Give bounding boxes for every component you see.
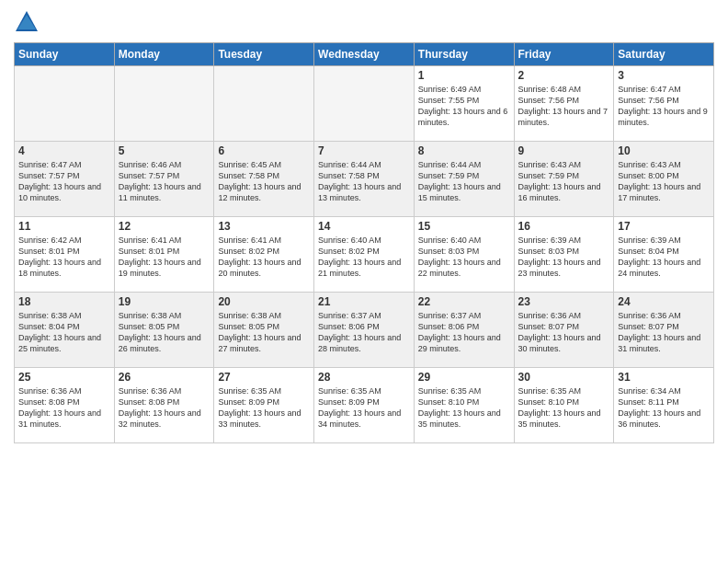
calendar-cell: 11Sunrise: 6:42 AM Sunset: 8:01 PM Dayli… [15,217,115,293]
calendar-week-1: 4Sunrise: 6:47 AM Sunset: 7:57 PM Daylig… [15,142,714,217]
calendar-header-row: SundayMondayTuesdayWednesdayThursdayFrid… [15,43,714,66]
calendar-cell [15,66,115,142]
day-number: 9 [518,144,610,157]
calendar-cell: 20Sunrise: 6:38 AM Sunset: 8:05 PM Dayli… [214,293,314,368]
day-number: 22 [418,295,510,308]
day-number: 28 [318,371,410,384]
day-info: Sunrise: 6:42 AM Sunset: 8:01 PM Dayligh… [18,235,110,280]
day-number: 21 [318,295,410,308]
day-number: 15 [418,220,510,233]
day-info: Sunrise: 6:36 AM Sunset: 8:07 PM Dayligh… [518,310,610,355]
calendar-cell: 21Sunrise: 6:37 AM Sunset: 8:06 PM Dayli… [314,293,415,368]
calendar-cell: 28Sunrise: 6:35 AM Sunset: 8:09 PM Dayli… [314,368,415,443]
day-number: 17 [618,220,710,233]
calendar-cell: 17Sunrise: 6:39 AM Sunset: 8:04 PM Dayli… [614,217,714,293]
day-number: 26 [119,371,210,384]
day-number: 11 [18,220,110,233]
calendar-cell: 25Sunrise: 6:36 AM Sunset: 8:08 PM Dayli… [15,368,115,443]
calendar-header-monday: Monday [114,43,214,66]
logo [14,9,43,35]
calendar-cell: 8Sunrise: 6:44 AM Sunset: 7:59 PM Daylig… [414,142,514,217]
day-info: Sunrise: 6:45 AM Sunset: 7:58 PM Dayligh… [218,159,310,204]
calendar: SundayMondayTuesdayWednesdayThursdayFrid… [14,42,714,443]
day-number: 3 [618,69,710,82]
calendar-cell: 6Sunrise: 6:45 AM Sunset: 7:58 PM Daylig… [214,142,314,217]
calendar-cell: 13Sunrise: 6:41 AM Sunset: 8:02 PM Dayli… [214,217,314,293]
day-info: Sunrise: 6:35 AM Sunset: 8:10 PM Dayligh… [418,385,510,431]
calendar-cell: 2Sunrise: 6:48 AM Sunset: 7:56 PM Daylig… [514,66,614,142]
calendar-cell: 3Sunrise: 6:47 AM Sunset: 7:56 PM Daylig… [614,66,714,142]
calendar-header-sunday: Sunday [15,43,115,66]
header [14,9,714,35]
calendar-cell: 26Sunrise: 6:36 AM Sunset: 8:08 PM Dayli… [114,368,214,443]
calendar-cell: 15Sunrise: 6:40 AM Sunset: 8:03 PM Dayli… [414,217,514,293]
day-info: Sunrise: 6:40 AM Sunset: 8:02 PM Dayligh… [318,235,410,280]
calendar-cell: 27Sunrise: 6:35 AM Sunset: 8:09 PM Dayli… [214,368,314,443]
day-number: 16 [518,220,610,233]
day-info: Sunrise: 6:43 AM Sunset: 7:59 PM Dayligh… [518,159,610,204]
calendar-header-thursday: Thursday [414,43,514,66]
day-info: Sunrise: 6:43 AM Sunset: 8:00 PM Dayligh… [618,159,710,204]
calendar-cell: 22Sunrise: 6:37 AM Sunset: 8:06 PM Dayli… [414,293,514,368]
day-info: Sunrise: 6:35 AM Sunset: 8:10 PM Dayligh… [518,385,610,431]
calendar-week-4: 25Sunrise: 6:36 AM Sunset: 8:08 PM Dayli… [15,368,714,443]
calendar-cell [314,66,415,142]
day-info: Sunrise: 6:39 AM Sunset: 8:04 PM Dayligh… [618,235,710,280]
calendar-cell: 23Sunrise: 6:36 AM Sunset: 8:07 PM Dayli… [514,293,614,368]
day-info: Sunrise: 6:40 AM Sunset: 8:03 PM Dayligh… [418,235,510,280]
day-number: 18 [18,295,110,308]
calendar-cell: 14Sunrise: 6:40 AM Sunset: 8:02 PM Dayli… [314,217,415,293]
calendar-cell: 12Sunrise: 6:41 AM Sunset: 8:01 PM Dayli… [114,217,214,293]
day-info: Sunrise: 6:37 AM Sunset: 8:06 PM Dayligh… [318,310,410,355]
day-number: 29 [418,371,510,384]
calendar-week-0: 1Sunrise: 6:49 AM Sunset: 7:55 PM Daylig… [15,66,714,142]
calendar-cell: 9Sunrise: 6:43 AM Sunset: 7:59 PM Daylig… [514,142,614,217]
day-info: Sunrise: 6:35 AM Sunset: 8:09 PM Dayligh… [218,385,310,431]
day-number: 14 [318,220,410,233]
day-info: Sunrise: 6:36 AM Sunset: 8:07 PM Dayligh… [618,310,710,355]
day-info: Sunrise: 6:36 AM Sunset: 8:08 PM Dayligh… [18,385,110,431]
day-info: Sunrise: 6:48 AM Sunset: 7:56 PM Dayligh… [518,84,610,129]
day-info: Sunrise: 6:34 AM Sunset: 8:11 PM Dayligh… [618,385,710,431]
calendar-header-tuesday: Tuesday [214,43,314,66]
calendar-cell: 5Sunrise: 6:46 AM Sunset: 7:57 PM Daylig… [114,142,214,217]
day-number: 20 [218,295,310,308]
calendar-cell: 18Sunrise: 6:38 AM Sunset: 8:04 PM Dayli… [15,293,115,368]
calendar-cell: 16Sunrise: 6:39 AM Sunset: 8:03 PM Dayli… [514,217,614,293]
day-info: Sunrise: 6:35 AM Sunset: 8:09 PM Dayligh… [318,385,410,431]
day-info: Sunrise: 6:36 AM Sunset: 8:08 PM Dayligh… [119,385,210,431]
day-number: 24 [618,295,710,308]
calendar-cell [114,66,214,142]
svg-marker-1 [17,15,36,29]
day-number: 19 [119,295,210,308]
calendar-cell: 31Sunrise: 6:34 AM Sunset: 8:11 PM Dayli… [614,368,714,443]
calendar-header-wednesday: Wednesday [314,43,415,66]
calendar-cell: 1Sunrise: 6:49 AM Sunset: 7:55 PM Daylig… [414,66,514,142]
day-info: Sunrise: 6:41 AM Sunset: 8:01 PM Dayligh… [119,235,210,280]
day-number: 8 [418,144,510,157]
calendar-cell: 7Sunrise: 6:44 AM Sunset: 7:58 PM Daylig… [314,142,415,217]
calendar-header-friday: Friday [514,43,614,66]
day-number: 4 [18,144,110,157]
day-number: 7 [318,144,410,157]
calendar-week-3: 18Sunrise: 6:38 AM Sunset: 8:04 PM Dayli… [15,293,714,368]
day-number: 2 [518,69,610,82]
calendar-cell: 29Sunrise: 6:35 AM Sunset: 8:10 PM Dayli… [414,368,514,443]
day-info: Sunrise: 6:47 AM Sunset: 7:56 PM Dayligh… [618,84,710,129]
calendar-cell: 10Sunrise: 6:43 AM Sunset: 8:00 PM Dayli… [614,142,714,217]
day-info: Sunrise: 6:39 AM Sunset: 8:03 PM Dayligh… [518,235,610,280]
day-number: 25 [18,371,110,384]
calendar-cell: 30Sunrise: 6:35 AM Sunset: 8:10 PM Dayli… [514,368,614,443]
day-number: 30 [518,371,610,384]
calendar-cell: 24Sunrise: 6:36 AM Sunset: 8:07 PM Dayli… [614,293,714,368]
day-info: Sunrise: 6:46 AM Sunset: 7:57 PM Dayligh… [119,159,210,204]
day-number: 13 [218,220,310,233]
day-number: 31 [618,371,710,384]
day-info: Sunrise: 6:37 AM Sunset: 8:06 PM Dayligh… [418,310,510,355]
day-number: 1 [418,69,510,82]
calendar-week-2: 11Sunrise: 6:42 AM Sunset: 8:01 PM Dayli… [15,217,714,293]
day-info: Sunrise: 6:49 AM Sunset: 7:55 PM Dayligh… [418,84,510,129]
day-number: 23 [518,295,610,308]
day-info: Sunrise: 6:44 AM Sunset: 7:59 PM Dayligh… [418,159,510,204]
day-info: Sunrise: 6:38 AM Sunset: 8:04 PM Dayligh… [18,310,110,355]
